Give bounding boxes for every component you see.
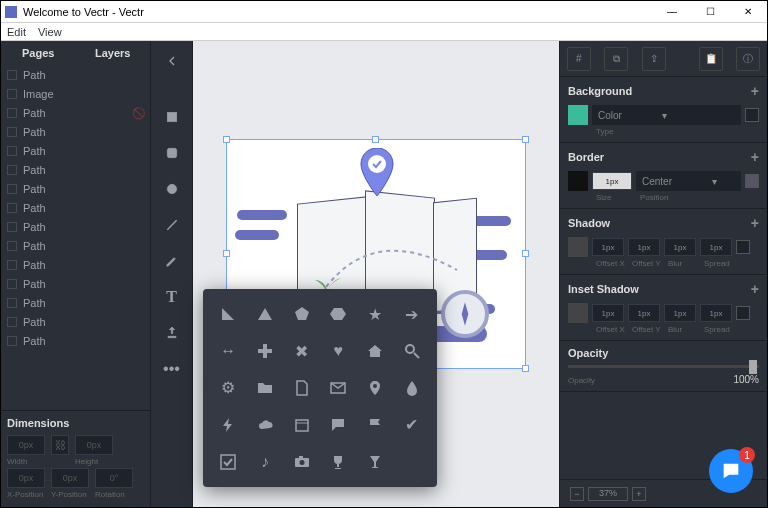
shadow-spread[interactable]: 1px [700, 238, 732, 256]
handle-mr[interactable] [522, 250, 529, 257]
layer-item[interactable]: Path [1, 236, 150, 255]
clipboard-tool-icon[interactable]: 📋 [699, 47, 723, 71]
inset-spread[interactable]: 1px [700, 304, 732, 322]
shape-x-icon[interactable]: ✖ [284, 334, 319, 369]
shape-search-icon[interactable] [394, 334, 429, 369]
layer-item[interactable]: Path [1, 160, 150, 179]
layer-item[interactable]: Path [1, 331, 150, 350]
upload-tool[interactable] [160, 321, 184, 345]
layer-item[interactable]: Path [1, 293, 150, 312]
rotation-input[interactable]: 0° [95, 468, 133, 488]
shape-right-triangle-icon[interactable] [211, 297, 246, 332]
maximize-button[interactable]: ☐ [691, 1, 729, 22]
close-button[interactable]: ✕ [729, 1, 767, 22]
shape-glass-icon[interactable] [358, 444, 393, 479]
shape-arrow-right-icon[interactable]: ➔ [394, 297, 429, 332]
layer-item[interactable]: Path [1, 141, 150, 160]
border-color-swatch[interactable] [568, 171, 588, 191]
pen-tool[interactable] [160, 249, 184, 273]
shape-pin-icon[interactable] [358, 371, 393, 406]
shadow-blur[interactable]: 1px [664, 238, 696, 256]
layer-item[interactable]: Path [1, 65, 150, 84]
inset-blur[interactable]: 1px [664, 304, 696, 322]
layer-item[interactable]: Path [1, 198, 150, 217]
layer-item[interactable]: Path [1, 179, 150, 198]
handle-tl[interactable] [223, 136, 230, 143]
handle-ml[interactable] [223, 250, 230, 257]
shape-gear-icon[interactable]: ⚙ [211, 371, 246, 406]
shape-trophy-icon[interactable] [321, 444, 356, 479]
layer-item[interactable]: Path [1, 312, 150, 331]
shape-flag-icon[interactable] [358, 407, 393, 442]
inset-ox[interactable]: 1px [592, 304, 624, 322]
info-tool-icon[interactable]: ⓘ [736, 47, 760, 71]
more-tool[interactable]: ••• [160, 357, 184, 381]
shape-checkbox-icon[interactable] [211, 444, 246, 479]
shape-chat-icon[interactable] [321, 407, 356, 442]
shadow-oy[interactable]: 1px [628, 238, 660, 256]
zoom-value[interactable]: 37% [588, 487, 628, 501]
bg-color-swatch[interactable] [568, 105, 588, 125]
layer-item[interactable]: Path [1, 217, 150, 236]
tab-layers[interactable]: Layers [76, 42, 151, 64]
chat-button[interactable]: 1 [709, 449, 753, 493]
inset-oy[interactable]: 1px [628, 304, 660, 322]
layer-item[interactable]: Path [1, 122, 150, 141]
y-input[interactable]: 0px [51, 468, 89, 488]
inset-color-swatch[interactable] [568, 303, 588, 323]
layer-item[interactable]: Path🚫 [1, 103, 150, 122]
menu-edit[interactable]: Edit [7, 26, 26, 38]
shape-pentagon-icon[interactable] [284, 297, 319, 332]
shape-hexagon-icon[interactable] [321, 297, 356, 332]
line-tool[interactable] [160, 213, 184, 237]
x-input[interactable]: 0px [7, 468, 45, 488]
shape-camera-icon[interactable] [284, 444, 319, 479]
text-tool[interactable]: T [160, 285, 184, 309]
bg-type-select[interactable]: Color▾ [592, 105, 741, 125]
handle-tr[interactable] [522, 136, 529, 143]
shape-home-icon[interactable] [358, 334, 393, 369]
shape-music-icon[interactable]: ♪ [248, 444, 283, 479]
shape-calendar-icon[interactable] [284, 407, 319, 442]
shadow-color-swatch[interactable] [568, 237, 588, 257]
add-background-button[interactable]: + [751, 83, 759, 99]
layer-item[interactable]: Path [1, 255, 150, 274]
bg-enable-check[interactable] [745, 108, 759, 122]
minimize-button[interactable]: — [653, 1, 691, 22]
rounded-rect-tool[interactable] [160, 141, 184, 165]
handle-tm[interactable] [372, 136, 379, 143]
shape-folder-icon[interactable] [248, 371, 283, 406]
shape-heart-icon[interactable]: ♥ [321, 334, 356, 369]
border-position-select[interactable]: Center▾ [636, 171, 741, 191]
add-inset-button[interactable]: + [751, 281, 759, 297]
add-border-button[interactable]: + [751, 149, 759, 165]
zoom-in-button[interactable]: + [632, 487, 646, 501]
back-button[interactable] [160, 49, 184, 73]
border-size-input[interactable]: 1px [592, 172, 632, 190]
shape-star-icon[interactable]: ★ [358, 297, 393, 332]
shape-document-icon[interactable] [284, 371, 319, 406]
zoom-out-button[interactable]: − [570, 487, 584, 501]
shape-check-icon[interactable]: ✔ [394, 407, 429, 442]
layer-item[interactable]: Image [1, 84, 150, 103]
add-shadow-button[interactable]: + [751, 215, 759, 231]
shape-mail-icon[interactable] [321, 371, 356, 406]
shape-arrows-h-icon[interactable]: ↔ [211, 334, 246, 369]
shape-triangle-icon[interactable] [248, 297, 283, 332]
shape-drop-icon[interactable] [394, 371, 429, 406]
width-input[interactable]: 0px [7, 435, 45, 455]
ellipse-tool[interactable] [160, 177, 184, 201]
shape-bolt-icon[interactable] [211, 407, 246, 442]
opacity-slider[interactable] [568, 365, 759, 368]
height-input[interactable]: 0px [75, 435, 113, 455]
shadow-ox[interactable]: 1px [592, 238, 624, 256]
shadow-enable-check[interactable] [736, 240, 750, 254]
visibility-off-icon[interactable]: 🚫 [132, 107, 144, 119]
rectangle-tool[interactable] [160, 105, 184, 129]
link-wh-button[interactable]: ⛓ [51, 435, 69, 455]
menu-view[interactable]: View [38, 26, 62, 38]
handle-br[interactable] [522, 365, 529, 372]
export-tool-icon[interactable]: ⇪ [642, 47, 666, 71]
border-enable-check[interactable] [745, 174, 759, 188]
inset-enable-check[interactable] [736, 306, 750, 320]
